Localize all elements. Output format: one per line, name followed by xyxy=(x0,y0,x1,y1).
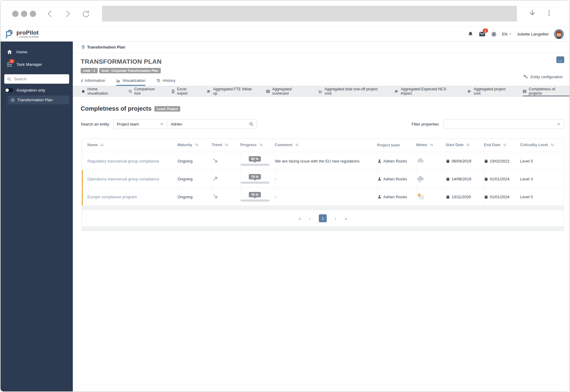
calendar-icon xyxy=(446,159,450,163)
sort-icon[interactable] xyxy=(466,142,471,148)
column-header-comment[interactable]: Comment xyxy=(275,139,377,152)
pagination-prev-button[interactable]: ‹ xyxy=(309,216,311,221)
search-icon xyxy=(7,77,11,81)
calendar-icon xyxy=(484,159,488,163)
table-row[interactable]: Regulatory transversal group compliance … xyxy=(82,152,564,170)
notifications-bell-icon[interactable] xyxy=(467,31,474,37)
subtab-comparison-tool[interactable]: Comparison tool xyxy=(128,86,162,96)
subtab-aggregated-scorecard[interactable]: Aggregated scorecard xyxy=(266,86,309,96)
column-header-project-team[interactable]: Project team xyxy=(377,139,416,152)
sort-icon[interactable] xyxy=(429,142,434,148)
sort-icon[interactable] xyxy=(100,142,105,148)
entity-search-input[interactable] xyxy=(170,122,249,127)
sort-icon[interactable] xyxy=(502,142,507,148)
user-name[interactable]: Juliette Langellier xyxy=(517,32,549,36)
pagination-first-button[interactable]: « xyxy=(298,216,301,221)
pagination-current-page[interactable]: 1 xyxy=(319,214,327,222)
subtab-home-visualisation[interactable]: Home visualisation xyxy=(81,86,119,96)
column-header-trend[interactable]: Trend xyxy=(212,139,240,152)
main-content: Transformation Plan TRANSFORMATION PLAN … xyxy=(73,42,569,391)
refresh-icon[interactable] xyxy=(82,10,90,18)
sidebar-search-input[interactable] xyxy=(13,76,68,82)
app-header: proPilot — Powered by dFakto 1 EN Juliet… xyxy=(1,27,569,42)
column-header-maturity[interactable]: Maturity xyxy=(177,139,212,152)
project-name-link[interactable]: Operations transversal group compliance xyxy=(87,177,159,181)
subtab-excel-export[interactable]: Excel export xyxy=(171,86,198,96)
person-icon xyxy=(377,195,382,199)
meteo-icon xyxy=(417,179,424,183)
window-dot[interactable] xyxy=(30,11,36,17)
start-date-cell: 14/06/2019 xyxy=(452,177,471,181)
table-row[interactable]: Operations transversal group compliance … xyxy=(82,170,564,188)
tree-connector xyxy=(7,93,7,106)
location-pin-icon xyxy=(81,45,85,49)
home-icon xyxy=(81,89,85,93)
start-date-cell: 06/04/2019 xyxy=(452,159,471,163)
column-header-start-date[interactable]: Start Date xyxy=(446,139,484,152)
sort-icon[interactable] xyxy=(259,142,264,148)
sort-icon[interactable] xyxy=(295,142,299,148)
messages-mail-icon[interactable]: 1 xyxy=(479,31,486,38)
column-header-progress[interactable]: Progress xyxy=(240,139,275,152)
sort-icon[interactable] xyxy=(550,142,555,148)
search-icon[interactable] xyxy=(249,122,254,126)
avatar[interactable] xyxy=(554,29,564,39)
project-name-link[interactable]: Europe compliance program xyxy=(87,195,137,199)
subtab-aggregated-project-cost[interactable]: Aggregated project cost xyxy=(467,86,514,96)
window-controls[interactable] xyxy=(12,11,36,17)
subtab-aggregated-fte-follow-up[interactable]: Aggregated FTE follow up xyxy=(207,86,257,96)
column-header-criticality-level[interactable]: Criticality Level xyxy=(520,139,564,152)
breadcrumb-label: Transformation Plan xyxy=(87,45,125,49)
language-selector[interactable]: EN xyxy=(502,32,512,36)
line-chart-icon xyxy=(319,89,322,93)
breadcrumb[interactable]: Transformation Plan xyxy=(73,42,569,53)
sidebar-tree-item-transformation-plan[interactable]: Transformation Plan xyxy=(8,95,69,104)
sidebar-item-task-manager[interactable]: 1 Task Manager xyxy=(1,58,73,71)
filter-properties-label: Filter properties xyxy=(412,122,439,126)
tab-history[interactable]: History xyxy=(156,78,175,86)
caret-down-icon xyxy=(509,33,512,35)
entity-configuration-button[interactable]: Entity configuration xyxy=(523,74,563,79)
column-header-name[interactable]: Name xyxy=(82,139,177,152)
subtab-completness-of-projects[interactable]: Completness of projects xyxy=(523,86,569,96)
entity-type-select[interactable]: Project team xyxy=(113,119,167,129)
browser-menu-icon[interactable] xyxy=(545,9,553,18)
sort-icon[interactable] xyxy=(194,142,199,148)
chevron-down-icon xyxy=(557,122,561,126)
column-header-end-date[interactable]: End Date xyxy=(484,139,520,152)
progress-bar xyxy=(241,199,269,202)
trend-icon xyxy=(212,193,219,201)
project-name-link[interactable]: Regulatory transversal group compliance xyxy=(87,159,159,163)
window-dot[interactable] xyxy=(21,11,27,17)
filter-properties-select[interactable] xyxy=(443,119,564,129)
criticality-cell: Level 5 xyxy=(520,152,564,170)
more-options-button[interactable]: ... xyxy=(556,56,564,63)
column-header-meteo[interactable]: Meteo xyxy=(416,139,446,152)
sidebar-item-home[interactable]: Home xyxy=(1,46,73,58)
subtab-aggregated-expected-ncs-impact[interactable]: Aggregated Expected NCS impact xyxy=(395,86,458,96)
table-row[interactable]: Europe compliance program Ongoing 76 % -… xyxy=(82,188,564,206)
level-badge: level : Corporate Transformation Plan xyxy=(99,68,161,73)
tab-visualization[interactable]: Visualization xyxy=(116,78,146,86)
expand-plus-icon[interactable] xyxy=(11,98,15,102)
tree-item-label: Transformation Plan xyxy=(17,98,53,102)
pagination-next-button[interactable]: › xyxy=(335,216,336,221)
pagination-last-button[interactable]: » xyxy=(345,216,347,221)
gears-icon xyxy=(523,74,528,79)
subtab-aggregated-total-one-off-project-cost[interactable]: Aggregated total one-off project cost xyxy=(319,86,386,96)
url-bar[interactable] xyxy=(102,6,517,22)
forward-icon[interactable] xyxy=(64,10,72,18)
assignation-toggle[interactable] xyxy=(5,88,13,92)
settings-gear-icon[interactable] xyxy=(491,31,497,37)
sort-icon[interactable] xyxy=(224,142,229,148)
sidebar-search[interactable] xyxy=(4,74,69,84)
download-icon[interactable] xyxy=(528,9,536,18)
back-icon[interactable] xyxy=(46,10,54,18)
window-dot[interactable] xyxy=(12,11,19,17)
entity-search-field[interactable] xyxy=(167,119,257,129)
maturity-cell: Ongoing xyxy=(177,188,212,206)
propilot-logo[interactable]: proPilot — Powered by dFakto xyxy=(4,29,39,39)
end-date-cell: 01/01/2024 xyxy=(490,177,510,181)
visualization-subtabs: Home visualisation Comparison tool Excel… xyxy=(73,86,569,97)
tab-information[interactable]: Information xyxy=(81,78,105,86)
